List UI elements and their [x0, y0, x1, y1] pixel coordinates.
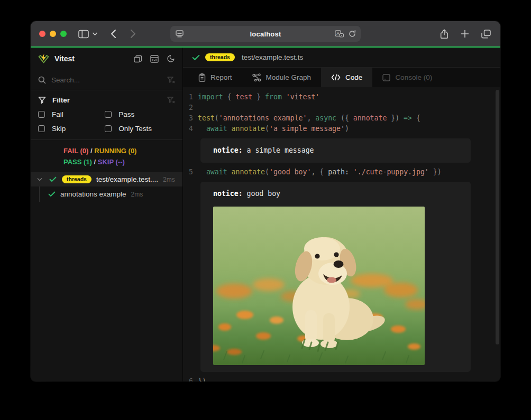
sidebar: Vitest: [31, 48, 183, 381]
code-text: }): [198, 376, 206, 381]
code-line: 2: [183, 102, 500, 113]
tab-overview-icon[interactable]: [481, 29, 491, 39]
line-number: 6: [183, 376, 198, 381]
svg-text:A: A: [336, 31, 340, 36]
close-window-button[interactable]: [39, 31, 45, 37]
code-line: 4 await annotate('a simple message'): [183, 124, 500, 134]
notice-label: notice:: [213, 146, 243, 154]
forward-button[interactable]: [130, 29, 136, 39]
code-text: test('annotations example', async ({ ann…: [198, 113, 420, 124]
pass-check-icon: [49, 176, 57, 182]
funnel-icon: [38, 97, 46, 104]
line-number: 2: [183, 102, 198, 113]
chevron-down-icon[interactable]: [92, 32, 98, 36]
fail-count: FAIL (0): [63, 147, 88, 155]
vitest-logo-icon: [38, 53, 49, 64]
reload-icon[interactable]: [349, 30, 356, 38]
zoom-window-button[interactable]: [60, 31, 67, 37]
tab-module-graph[interactable]: Module Graph: [242, 68, 322, 87]
code-line: 1 import { test } from 'vitest': [183, 92, 500, 102]
checkbox-icon: [38, 125, 45, 132]
editor-scrollbar[interactable]: [496, 90, 499, 344]
chevron-down-icon[interactable]: [37, 178, 42, 181]
search-input[interactable]: [51, 76, 162, 84]
test-summary: FAIL (0) / RUNNING (0) PASS (1) / SKIP (…: [31, 140, 182, 172]
sidebar-toggle-icon[interactable]: [78, 30, 89, 39]
open-file-name: test/example.test.ts: [242, 53, 303, 61]
checkbox-icon: [105, 111, 112, 118]
tab-report[interactable]: Report: [188, 68, 242, 87]
browser-toolbar: localhost A: [31, 21, 500, 46]
website-settings-icon[interactable]: [176, 30, 184, 38]
search-bar: [31, 70, 182, 90]
annotation-notice-with-attachment: notice: good boy: [200, 182, 471, 372]
filter-checkbox-fail[interactable]: Fail: [38, 110, 105, 118]
view-tabs: Report Module Graph: [183, 68, 500, 87]
line-number: 1: [183, 92, 198, 102]
tree-indent-guide: [39, 186, 40, 202]
filter-checkbox-pass[interactable]: Pass: [105, 110, 175, 118]
code-editor[interactable]: 1 import { test } from 'vitest' 2 3 test…: [183, 87, 500, 381]
clear-search-filter-icon[interactable]: [167, 77, 175, 84]
test-case-duration: 2ms: [131, 191, 143, 198]
filter-checkbox-only-tests[interactable]: Only Tests: [105, 125, 175, 133]
annotation-notice: notice: a simple message: [200, 138, 471, 163]
dark-mode-moon-icon[interactable]: [167, 54, 175, 63]
main-panel: threads test/example.test.ts Report: [183, 48, 500, 381]
dashboard-icon[interactable]: [150, 55, 159, 63]
test-file-duration: 2ms: [163, 176, 175, 183]
pass-count: PASS (1): [63, 158, 92, 166]
filter-label-only-tests: Only Tests: [118, 125, 152, 133]
filter-section: Filter Fail Pass: [31, 90, 182, 140]
pass-check-icon: [192, 54, 200, 61]
app-title: Vitest: [54, 54, 75, 63]
line-number: 4: [183, 124, 198, 134]
filter-label-pass: Pass: [118, 110, 134, 118]
checkbox-icon: [105, 125, 112, 132]
code-text: await annotate('a simple message'): [198, 124, 349, 134]
notice-label: notice:: [213, 190, 243, 198]
browser-window: localhost A: [31, 21, 500, 381]
filter-label-skip: Skip: [52, 125, 66, 133]
url-text: localhost: [250, 30, 281, 38]
pass-check-icon: [48, 191, 56, 197]
filter-checkbox-skip[interactable]: Skip: [38, 125, 105, 133]
notice-message: good boy: [243, 190, 280, 198]
tab-console[interactable]: Console (0): [372, 68, 442, 87]
sidebar-header: Vitest: [31, 48, 182, 70]
code-line: 3 test('annotations example', async ({ a…: [183, 113, 500, 124]
console-icon: [382, 74, 390, 81]
collapse-tests-icon[interactable]: [134, 55, 142, 63]
address-bar[interactable]: localhost A: [170, 26, 361, 42]
tab-code[interactable]: Code: [321, 68, 372, 87]
code-text: import { test } from 'vitest': [198, 92, 319, 102]
running-count: RUNNING (0): [94, 147, 136, 155]
minimize-window-button[interactable]: [50, 31, 56, 37]
clear-filter-icon[interactable]: [167, 97, 175, 104]
summary-line-2: PASS (1) / SKIP (--): [63, 156, 182, 167]
translate-icon[interactable]: A: [335, 30, 344, 38]
back-button[interactable]: [111, 29, 116, 39]
report-icon: [198, 73, 206, 82]
skip-count: SKIP (--): [98, 158, 125, 166]
pool-badge: threads: [62, 175, 91, 184]
filter-label-fail: Fail: [52, 110, 63, 118]
module-graph-icon: [252, 73, 261, 82]
code-icon: [331, 74, 341, 81]
search-icon: [38, 76, 46, 84]
test-file-row[interactable]: threads test/example.test.... 2ms: [31, 172, 182, 186]
new-tab-icon[interactable]: [461, 29, 469, 39]
notice-message: a simple message: [243, 146, 314, 154]
share-icon[interactable]: [440, 29, 448, 39]
test-file-name: test/example.test....: [96, 175, 158, 183]
summary-line-1: FAIL (0) / RUNNING (0): [63, 145, 182, 156]
code-text: await annotate('good boy', { path: './cu…: [198, 167, 442, 178]
test-case-row[interactable]: annotations example 2ms: [31, 186, 182, 202]
tab-report-label: Report: [210, 73, 232, 81]
traffic-lights: [39, 31, 67, 37]
checkbox-icon: [38, 111, 45, 118]
tab-console-label: Console (0): [395, 73, 432, 81]
line-number: 3: [183, 113, 198, 124]
code-line: 5 await annotate('good boy', { path: './…: [183, 167, 500, 178]
tab-module-graph-label: Module Graph: [266, 73, 312, 81]
